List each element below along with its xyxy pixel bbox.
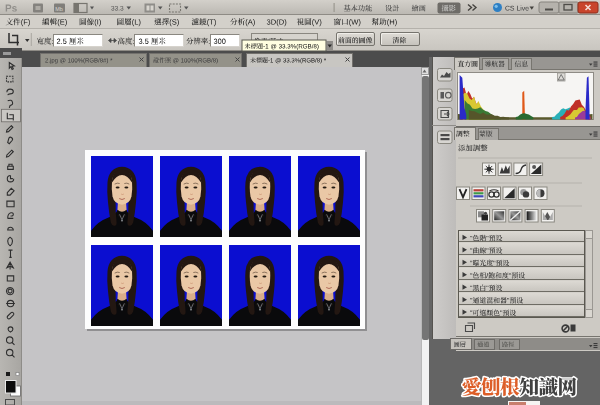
svg-text:Mb: Mb (55, 6, 63, 12)
